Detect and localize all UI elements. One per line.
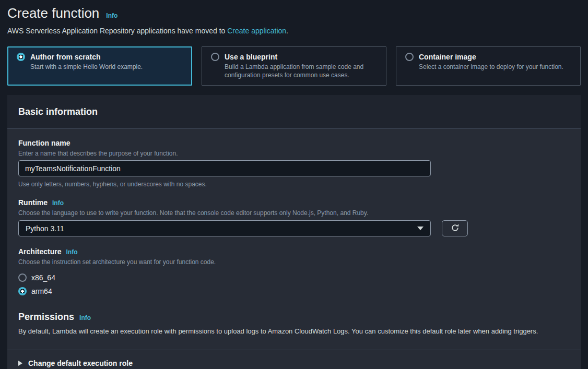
- function-name-description: Enter a name that describes the purpose …: [18, 149, 570, 158]
- radio-option-label: arm64: [31, 287, 52, 295]
- card-author-from-scratch[interactable]: Author from scratch Start with a simple …: [7, 46, 192, 86]
- card-description: Build a Lambda application from sample c…: [225, 63, 377, 79]
- permissions-description: By default, Lambda will create an execut…: [18, 327, 570, 336]
- card-head: Use a blueprint: [211, 53, 377, 61]
- card-description: Start with a simple Hello World example.: [30, 63, 183, 71]
- page-title: Create function: [7, 5, 99, 22]
- section-heading: Basic information: [18, 106, 570, 117]
- refresh-runtimes-button[interactable]: [442, 220, 468, 236]
- runtime-select[interactable]: Python 3.11: [18, 220, 431, 236]
- architecture-label: Architecture: [18, 247, 61, 256]
- page-subtitle: AWS Serverless Application Repository ap…: [7, 26, 581, 35]
- chevron-down-icon: [417, 227, 424, 230]
- architecture-description: Choose the instruction set architecture …: [18, 258, 570, 266]
- runtime-info-link[interactable]: Info: [52, 199, 64, 207]
- expand-caret-icon: [18, 361, 22, 366]
- change-execution-role-expander[interactable]: Change default execution role: [18, 359, 570, 368]
- subtitle-text: AWS Serverless Application Repository ap…: [7, 27, 227, 35]
- card-description: Select a container image to deploy for y…: [419, 63, 571, 71]
- function-name-input[interactable]: [18, 160, 431, 176]
- refresh-icon: [451, 223, 460, 234]
- permissions-section: Permissions Info By default, Lambda will…: [18, 311, 570, 336]
- function-name-constraint: Use only letters, numbers, hyphens, or u…: [18, 180, 570, 188]
- permissions-heading-row: Permissions Info: [18, 311, 570, 323]
- card-title: Container image: [419, 53, 476, 61]
- creation-option-cards: Author from scratch Start with a simple …: [7, 46, 581, 86]
- radio-icon[interactable]: [211, 53, 219, 61]
- page-header: Create function Info: [7, 5, 581, 22]
- function-name-label: Function name: [18, 138, 570, 148]
- permissions-info-link[interactable]: Info: [79, 314, 91, 322]
- card-head: Author from scratch: [17, 53, 183, 61]
- architecture-field: Architecture Info Choose the instruction…: [18, 247, 570, 298]
- radio-icon[interactable]: [18, 273, 27, 282]
- create-function-page: Create function Info AWS Serverless Appl…: [0, 0, 588, 369]
- radio-option-x86_64[interactable]: x86_64: [18, 271, 570, 284]
- basic-information-panel: Basic information Function name Enter a …: [7, 95, 581, 369]
- radio-option-label: x86_64: [31, 273, 55, 282]
- runtime-label: Runtime: [18, 198, 48, 207]
- runtime-select-row: Python 3.11: [18, 220, 570, 236]
- radio-icon[interactable]: [405, 53, 414, 61]
- subtitle-period: .: [286, 27, 288, 35]
- card-title: Use a blueprint: [225, 53, 277, 61]
- card-container-image[interactable]: Container image Select a container image…: [396, 46, 581, 86]
- architecture-radio-group: x86_64 arm64: [18, 271, 570, 298]
- basic-information-body: Function name Enter a name that describe…: [7, 129, 581, 350]
- basic-information-header: Basic information: [7, 95, 581, 129]
- create-application-link[interactable]: Create application: [227, 27, 286, 35]
- radio-option-arm64[interactable]: arm64: [18, 284, 570, 298]
- runtime-label-row: Runtime Info: [18, 198, 570, 207]
- card-head: Container image: [405, 53, 571, 61]
- runtime-description: Choose the language to use to write your…: [18, 209, 570, 217]
- runtime-field: Runtime Info Choose the language to use …: [18, 198, 570, 236]
- expander-label: Change default execution role: [28, 359, 133, 367]
- radio-selected-icon[interactable]: [17, 53, 25, 61]
- architecture-info-link[interactable]: Info: [66, 248, 77, 256]
- function-name-field: Function name Enter a name that describe…: [18, 138, 570, 188]
- panel-footer: Change default execution role: [7, 350, 581, 369]
- architecture-label-row: Architecture Info: [18, 247, 570, 256]
- card-use-a-blueprint[interactable]: Use a blueprint Build a Lambda applicati…: [202, 46, 386, 86]
- permissions-heading: Permissions: [18, 311, 74, 323]
- runtime-selected-value: Python 3.11: [26, 224, 64, 233]
- page-title-info-link[interactable]: Info: [106, 12, 117, 19]
- radio-selected-icon[interactable]: [18, 287, 27, 295]
- card-title: Author from scratch: [30, 53, 101, 61]
